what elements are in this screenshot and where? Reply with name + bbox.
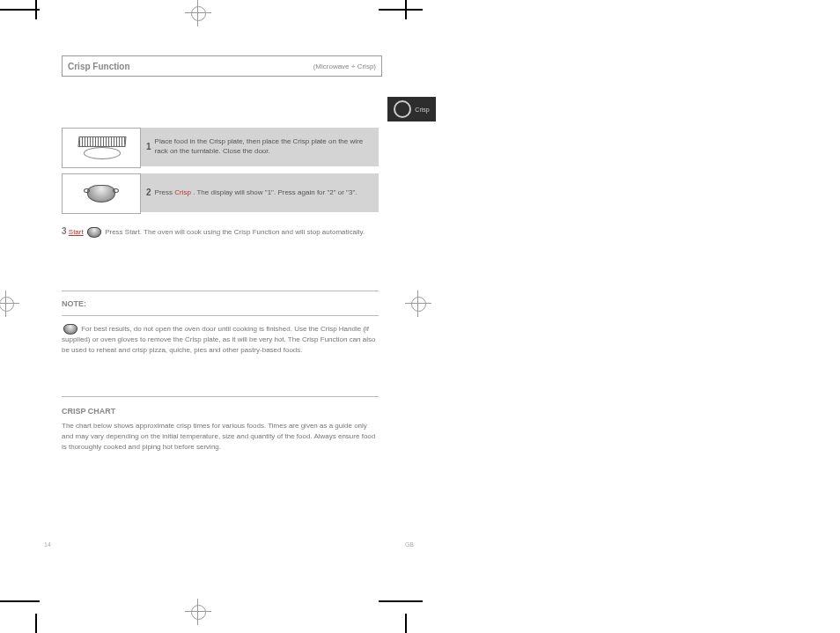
crop-mark: [0, 9, 40, 11]
wire-rack-icon: [75, 135, 128, 161]
manual-page: Crisp Function (Microwave + Crisp) Crisp…: [44, 9, 414, 581]
crop-mark: [35, 614, 37, 633]
step-row: 1 Place food in the Crisp plate, then pl…: [62, 128, 379, 166]
note-text: For best results, do not open the oven d…: [62, 325, 375, 354]
note-heading: NOTE:: [62, 299, 379, 308]
step2-rest: . The display will show "1".: [193, 188, 276, 196]
divider: [62, 315, 379, 316]
divider: [62, 291, 379, 291]
page-footer: 14 GB: [44, 541, 414, 548]
chart-heading: CRISP CHART: [62, 407, 379, 416]
start-word: Start: [69, 228, 84, 236]
registration-mark-icon: [185, 599, 211, 625]
step2-hint: Press again for "2" or "3".: [277, 188, 357, 196]
side-tab: Crisp: [387, 97, 436, 121]
page-subtitle: (Microwave + Crisp): [313, 63, 376, 70]
step-row: 2 Press Crisp . The display will show "1…: [62, 173, 379, 212]
title-box: Crisp Function (Microwave + Crisp): [62, 55, 382, 77]
step3-line: 3 Start Press Start. The oven will cook …: [62, 224, 379, 238]
page-number: 14: [44, 541, 51, 548]
step2-text-cell: 2 Press Crisp . The display will show "1…: [141, 173, 379, 212]
registration-mark-icon: [0, 291, 19, 317]
step-text: Press Crisp . The display will show "1".…: [155, 188, 373, 198]
crop-mark: [379, 600, 423, 602]
side-tab-label: Crisp: [415, 107, 429, 113]
divider: [62, 396, 379, 397]
step-number: 2: [146, 187, 151, 199]
page-title: Crisp Function: [68, 62, 130, 71]
button-icon: [87, 227, 101, 238]
step1-image-cell: [62, 128, 141, 168]
step-number: 1: [146, 141, 151, 153]
step2-pre: Press: [155, 188, 173, 196]
step-text: Place food in the Crisp plate, then plac…: [155, 137, 373, 157]
crisp-ring-icon: [394, 100, 411, 118]
step2-image-cell: [62, 173, 141, 214]
step1-text-cell: 1 Place food in the Crisp plate, then pl…: [141, 128, 379, 166]
step2-button-name: Crisp: [174, 188, 191, 196]
footer-lang: GB: [405, 541, 414, 548]
step3-text: Press Start. The oven will cook using th…: [105, 228, 365, 236]
note-body: For best results, do not open the oven d…: [62, 324, 379, 356]
crop-mark: [405, 614, 407, 633]
crisp-button-icon: [87, 185, 115, 202]
crop-mark: [0, 600, 40, 602]
crisp-plate-icon: [63, 324, 77, 335]
chart-intro: The chart below shows approximate crisp …: [62, 421, 379, 453]
